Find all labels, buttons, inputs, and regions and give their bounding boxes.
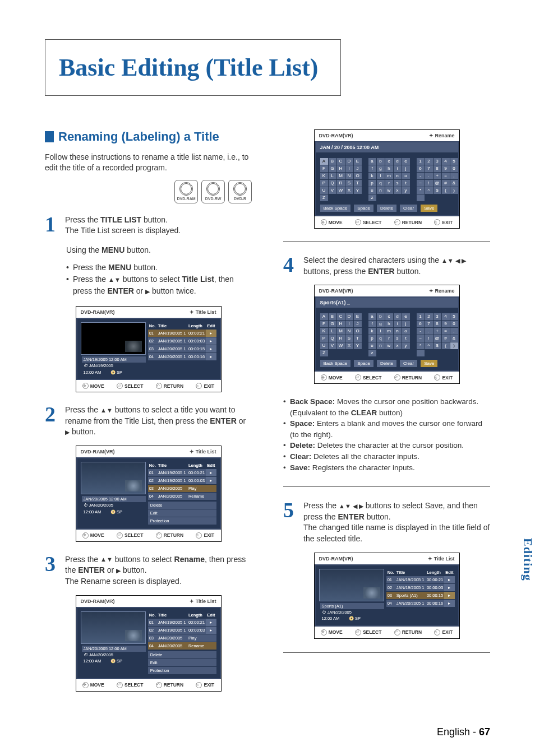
s5a: Press the <box>303 501 339 510</box>
move-icon: ✥ <box>82 383 89 389</box>
footer-language: English <box>437 726 470 738</box>
s2d: or <box>237 416 246 425</box>
disc-dvd-ram: DVD-RAM <box>174 180 198 203</box>
s1b2e: ENTER <box>107 286 133 295</box>
right-icon: ▶ <box>116 567 121 575</box>
s3c: Rename <box>174 555 205 564</box>
thumb-date: JAN/19/2005 12:00 AM <box>82 356 146 363</box>
s3f: or <box>105 565 116 574</box>
rename-input-1: JAN / 20 / 2005 12:00 AM <box>316 142 458 152</box>
section-tab: Editing <box>520 538 535 581</box>
s1-t3: The Title List screen is displayed. <box>65 226 181 235</box>
preview-thumb <box>81 462 146 494</box>
up-down-icon: ▲▼ <box>100 555 113 564</box>
s5d: button. <box>365 512 391 521</box>
s2a: Press the <box>65 405 100 414</box>
step-4: 4 Select the desired characters using th… <box>283 255 490 277</box>
s4d: button. <box>395 267 421 276</box>
foot-return: RETURN <box>164 383 183 389</box>
chapter-title: Basic Editing (Title List) <box>45 39 341 96</box>
step-number-2: 2 <box>45 405 61 438</box>
select-icon: ⏎ <box>117 383 123 389</box>
onscreen-keyboard: ABCDEFGHIJKLMNOPQRSTUVWXYZabcdefghijklmn… <box>319 311 455 358</box>
right-icon: ▶ <box>65 428 70 437</box>
foot-move: MOVE <box>90 383 104 389</box>
kbd-space: Space <box>354 205 373 212</box>
s5c: ENTER <box>338 512 364 521</box>
kbd-clear: Clear <box>400 205 417 212</box>
thumb-date2: ⏱ JAN/19/2005 <box>82 363 146 369</box>
preview-thumb <box>81 611 146 644</box>
up-down-icon: ▲▼ <box>100 406 113 415</box>
step-number-3: 3 <box>45 554 61 587</box>
step-number-1: 1 <box>45 215 61 236</box>
exit-icon: ⎋ <box>196 383 202 389</box>
act-delete-b: Delete: <box>290 441 315 449</box>
arrows-icon: ▲▼ ◀ ▶ <box>441 257 466 265</box>
step-2: 2 Press the ▲▼ buttons to select a title… <box>45 405 252 438</box>
s1-t1: Press the <box>65 215 100 224</box>
osd-titlelist-2: DVD-RAM(VR)✦ Title List JAN/20/2005 12:0… <box>76 446 222 542</box>
osd-mode: Title List <box>196 309 216 315</box>
right-icon: ▶ <box>145 287 150 296</box>
s2c: ENTER <box>210 416 236 425</box>
osd-titlelist-3: DVD-RAM(VR)✦ Title List JAN/20/2005 12:0… <box>76 595 222 692</box>
act-back-b: Back Space: <box>290 397 335 406</box>
s1-t2: button. <box>141 215 168 224</box>
thumb-time: 12:00 AM 📀 SP <box>82 369 146 375</box>
s4a: Select the desired characters using the <box>303 256 441 265</box>
page-footer: English - 67 <box>45 726 490 738</box>
section-heading: Renaming (Labeling) a Title <box>45 129 252 144</box>
step-5: 5 Press the ▲▼ ◀ ▶ buttons to select Sav… <box>283 500 490 544</box>
step-number-5: 5 <box>283 500 299 544</box>
s5e: The changed title name is displayed in t… <box>303 523 490 543</box>
step-1: 1 Press the TITLE LIST button. The Title… <box>45 215 252 236</box>
osd-titlelist-1: DVD-RAM(VR)✦ Title List JAN/19/2005 12:0… <box>76 306 222 392</box>
s1b2g: button twice. <box>150 286 196 295</box>
s4b: buttons, press the <box>303 267 368 276</box>
act-save-b: Save: <box>290 463 310 472</box>
s1-b1: TITLE LIST <box>100 215 141 224</box>
return-icon: ↶ <box>156 383 162 389</box>
osd-titlelist-5: DVD-RAM(VR)✦ Title List Sports (A1) ⏱ JA… <box>314 553 460 639</box>
s1b1c: button. <box>131 263 158 272</box>
disc-dvd-r: DVD-R <box>228 180 252 203</box>
intro-text: Follow these instructions to rename a ti… <box>45 152 252 173</box>
osd-rename-1: DVD-RAM(VR)✦ Rename JAN / 20 / 2005 12:0… <box>314 129 460 229</box>
onscreen-keyboard: ABCDEFGHIJKLMNOPQRSTUVWXYZabcdefghijklmn… <box>319 156 455 202</box>
s3e: ENTER <box>78 565 104 574</box>
act-clear-b: Clear: <box>290 452 311 461</box>
step-3: 3 Press the ▲▼ buttons to select Rename,… <box>45 554 252 587</box>
s1b1a: Press the <box>73 263 108 272</box>
title-table: No.TitleLengthEdit 01JAN/19/2005 100:00:… <box>148 322 216 361</box>
s3a: Press the <box>65 555 100 564</box>
s3g: button. <box>121 565 147 574</box>
s1b1b: MENU <box>108 263 131 272</box>
disc-dvd-rw: DVD-RW <box>201 180 225 203</box>
s1b2b: buttons to select <box>121 275 182 284</box>
s1-using-c: button. <box>124 245 151 254</box>
rename-input-2: Sports(A1) _ <box>316 298 458 308</box>
s1b2c: Title List <box>182 275 214 284</box>
foot-select: SELECT <box>124 383 144 389</box>
s1-using-b: MENU <box>102 245 124 254</box>
kbd-save: Save <box>421 205 437 212</box>
s2e: button. <box>70 427 96 436</box>
preview-thumb <box>81 322 146 355</box>
preview-thumb <box>319 569 384 601</box>
step-number-4: 4 <box>283 255 299 277</box>
page-number: 67 <box>479 726 490 738</box>
arrows-icon: ▲▼ ◀ ▶ <box>339 502 363 511</box>
act-space-b: Space: <box>290 419 315 428</box>
s3b: buttons to select <box>113 555 174 564</box>
osd-device: DVD-RAM(VR) <box>81 309 115 315</box>
foot-exit: EXIT <box>204 383 214 389</box>
s1b2f: or <box>134 286 145 295</box>
up-down-icon: ▲▼ <box>108 275 121 285</box>
kbd-delete: Delete <box>377 205 396 212</box>
s4c: ENTER <box>368 267 394 276</box>
disc-compatibility: DVD-RAM DVD-RW DVD-R <box>45 180 252 203</box>
s1b2a: Press the <box>73 275 108 284</box>
osd-rename-2: DVD-RAM(VR)✦ Rename Sports(A1) _ ABCDEFG… <box>314 285 460 384</box>
rename-action-descriptions: •Back Space: Moves the cursor one positi… <box>283 396 490 473</box>
